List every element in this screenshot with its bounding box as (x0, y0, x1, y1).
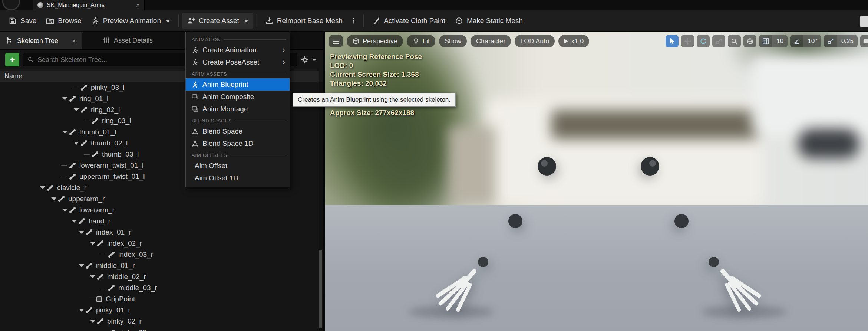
panel-splitter[interactable] (323, 32, 325, 331)
make-static-mesh-button[interactable]: Make Static Mesh (450, 13, 528, 29)
brush-icon (372, 17, 380, 25)
scale-snap-control[interactable]: 0.25 (824, 35, 858, 47)
viewport-canvas[interactable]: Perspective Lit Show Character LOD Auto … (325, 32, 868, 331)
rotate-tool-button[interactable] (697, 35, 710, 47)
preview-animation-button[interactable]: Preview Animation (86, 13, 175, 29)
reimport-base-mesh-button[interactable]: Reimport Base Mesh (260, 13, 347, 29)
close-icon[interactable]: × (136, 2, 140, 9)
tree-connector (61, 177, 67, 177)
menu-item-anim-blueprint[interactable]: Anim Blueprint (186, 78, 290, 91)
camera-icon (863, 37, 868, 45)
asset-document-tab[interactable]: SK_Mannequin_Arms × (33, 0, 145, 10)
menu-item-anim-montage[interactable]: Anim Montage (186, 103, 290, 115)
expander-icon[interactable] (78, 264, 85, 267)
lod-auto-button[interactable]: LOD Auto (515, 35, 555, 47)
viewport-menu-button[interactable] (329, 35, 343, 47)
coordinate-system-button[interactable] (743, 35, 756, 47)
perspective-button[interactable]: Perspective (347, 35, 403, 47)
expander-icon[interactable] (89, 275, 96, 278)
menu-item-blend-space-1d[interactable]: Blend Space 1D (186, 137, 290, 150)
toolbar-overflow-button[interactable] (860, 16, 868, 27)
tree-row[interactable]: middle_03_r (0, 282, 319, 294)
bone-label: thumb_02_l (91, 139, 128, 147)
expander-icon[interactable] (73, 108, 80, 111)
expander-icon[interactable] (78, 231, 85, 234)
grid-snap-value[interactable]: 10 (772, 35, 788, 47)
tree-row[interactable]: pinky_02_r (0, 316, 319, 327)
lit-button[interactable]: Lit (407, 35, 435, 47)
grid-snap-control[interactable]: 10 (759, 35, 788, 47)
menu-item-blend-space[interactable]: Blend Space (186, 125, 290, 137)
expander-icon[interactable] (39, 186, 46, 189)
bone-label: index_01_r (96, 228, 131, 236)
camera-speed-button[interactable] (860, 35, 868, 47)
tree-row[interactable]: pinky_03_r (0, 327, 319, 331)
tree-row[interactable]: pinky_01_r (0, 305, 319, 316)
menu-item-anim-composite[interactable]: Anim Composite (186, 91, 290, 103)
create-asset-button[interactable]: Create Asset (182, 13, 253, 29)
browse-button[interactable]: Browse (41, 13, 86, 29)
tree-row[interactable]: middle_02_r (0, 271, 319, 282)
expander-icon[interactable] (70, 220, 78, 223)
tree-row[interactable]: index_02_r (0, 238, 319, 249)
tree-scrollbar[interactable] (319, 82, 323, 331)
scale-snap-value[interactable]: 0.25 (837, 35, 858, 47)
expander-icon[interactable] (50, 197, 57, 200)
tree-row[interactable]: middle_01_r (0, 260, 319, 271)
tree-row[interactable]: upperarm_r (0, 193, 319, 204)
expander-icon[interactable] (61, 209, 69, 212)
lod-label: LOD Auto (520, 37, 549, 45)
character-button[interactable]: Character (471, 35, 511, 47)
move-icon (684, 37, 692, 45)
play-speed-button[interactable]: x1.0 (558, 35, 589, 47)
show-button[interactable]: Show (439, 35, 467, 47)
menu-item-aim-offset-1d[interactable]: Aim Offset 1D (186, 172, 290, 184)
tree-connector (84, 121, 90, 121)
asset-tab-label: SK_Mannequin_Arms (47, 2, 105, 9)
character-label: Character (476, 37, 505, 45)
search-icon (27, 56, 34, 63)
tree-scrollbar-thumb[interactable] (319, 250, 322, 328)
browse-label: Browse (58, 17, 81, 25)
tree-row[interactable]: index_01_r (0, 227, 319, 238)
menu-item-create-animation[interactable]: Create Animation › (186, 44, 290, 56)
scale-tool-button[interactable] (712, 35, 725, 47)
expander-icon[interactable] (73, 142, 80, 145)
select-tool-button[interactable] (666, 35, 679, 47)
reimport-options-button[interactable] (347, 13, 360, 29)
bone-label: upperarm_r (68, 195, 105, 203)
chevron-down-icon (244, 20, 248, 22)
tree-row[interactable]: lowerarm_r (0, 204, 319, 216)
move-tool-button[interactable] (681, 35, 694, 47)
expander-icon[interactable] (61, 97, 69, 100)
menu-item-create-poseasset[interactable]: Create PoseAsset › (186, 56, 290, 68)
expander-icon[interactable] (89, 242, 96, 245)
app-logo-icon[interactable] (2, 0, 20, 10)
toolbar-separator (257, 14, 257, 27)
save-button[interactable]: Save (4, 13, 41, 29)
menu-item-aim-offset[interactable]: Aim Offset (186, 160, 290, 172)
activate-cloth-paint-button[interactable]: Activate Cloth Paint (367, 13, 450, 29)
tree-row[interactable]: GripPoint (0, 294, 319, 305)
rotation-snap-control[interactable]: 10° (790, 35, 821, 47)
reimport-label: Reimport Base Mesh (277, 17, 343, 25)
focus-button[interactable] (728, 35, 741, 47)
chevron-down-icon (312, 59, 316, 61)
section-header-label: AIM OFFSETS (192, 153, 227, 158)
tooltip: Creates an Anim Blueprint using the sele… (293, 93, 456, 107)
expander-icon[interactable] (78, 309, 85, 312)
tree-row[interactable]: index_03_r (0, 249, 319, 260)
bone-icon (96, 273, 104, 281)
expander-icon[interactable] (89, 320, 96, 323)
tooltip-text: Creates an Anim Blueprint using the sele… (298, 96, 450, 103)
tab-skeleton-tree[interactable]: Skeleton Tree × (0, 32, 82, 49)
close-icon[interactable]: × (72, 38, 76, 44)
bone-icon (85, 262, 93, 269)
add-bone-button[interactable]: + (5, 53, 19, 66)
tree-settings-button[interactable] (301, 56, 318, 64)
expander-icon[interactable] (61, 131, 69, 134)
tab-asset-details[interactable]: Asset Details (97, 32, 159, 49)
rotation-snap-value[interactable]: 10° (803, 35, 821, 47)
tree-row[interactable]: hand_r (0, 216, 319, 227)
perspective-label: Perspective (363, 37, 397, 45)
